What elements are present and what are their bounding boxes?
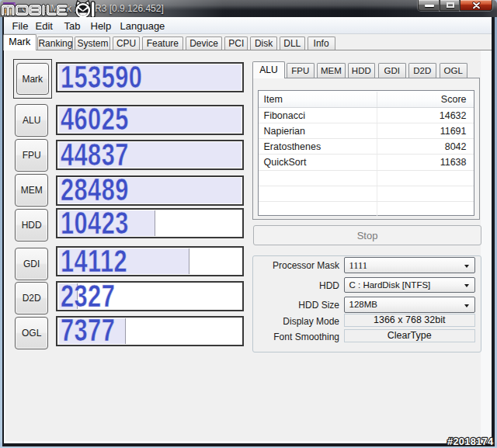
- svg-text:#2018174: #2018174: [447, 435, 494, 446]
